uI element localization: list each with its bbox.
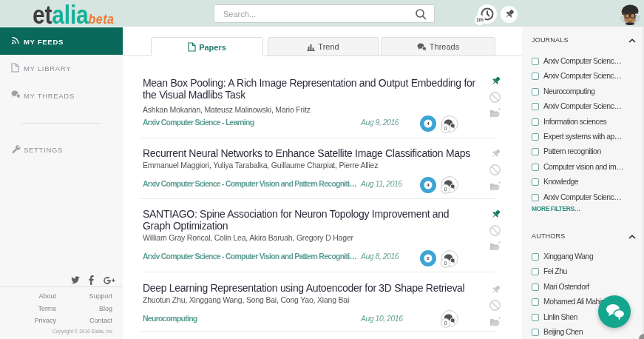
svg-text:0: 0 [444, 320, 447, 326]
svg-text:0: 0 [444, 125, 447, 132]
svg-text:0: 0 [444, 260, 447, 266]
svg-text:0: 0 [444, 186, 447, 192]
